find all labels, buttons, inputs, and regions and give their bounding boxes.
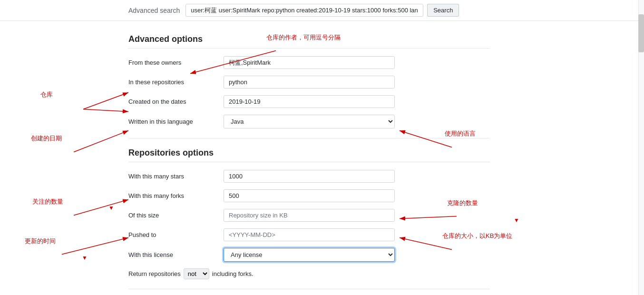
top-search-bar: Advanced search Search xyxy=(0,0,644,21)
from-owners-label: From these owners xyxy=(128,59,224,66)
from-owners-row: From these owners xyxy=(128,56,490,69)
scrollbar-thumb[interactable] xyxy=(638,14,644,52)
main-content: Advanced options From these owners In th… xyxy=(0,21,644,295)
section-separator-1 xyxy=(128,138,490,138)
return-repos-prefix: Return repositories xyxy=(128,270,181,277)
in-repos-row: In these repositories xyxy=(128,76,490,88)
section-separator-2 xyxy=(128,289,490,289)
page-wrapper: Advanced search Search Advanced options … xyxy=(0,0,644,295)
created-dates-label: Created on the dates xyxy=(128,98,224,105)
size-label: Of this size xyxy=(128,212,224,219)
created-dates-row: Created on the dates xyxy=(128,95,490,108)
return-repos-row: Return repositories not only including f… xyxy=(128,268,490,279)
forks-input[interactable] xyxy=(224,189,395,202)
language-select[interactable]: Java Python JavaScript C++ Ruby xyxy=(224,115,395,128)
forks-label: With this many forks xyxy=(128,192,224,199)
pushed-input[interactable] xyxy=(224,228,395,241)
stars-label: With this many stars xyxy=(128,173,224,180)
forks-row: With this many forks xyxy=(128,189,490,202)
search-button[interactable]: Search xyxy=(427,4,459,17)
stars-input[interactable] xyxy=(224,170,395,183)
repos-options-title: Repositories options xyxy=(128,148,490,162)
size-row: Of this size xyxy=(128,209,490,222)
return-repos-suffix: including forks. xyxy=(212,270,254,277)
advanced-search-label: Advanced search xyxy=(128,7,180,14)
stars-row: With this many stars xyxy=(128,170,490,183)
language-label: Written in this language xyxy=(128,118,224,125)
pushed-row: Pushed to xyxy=(128,228,490,241)
in-repos-label: In these repositories xyxy=(128,79,224,86)
license-select[interactable]: Any license Apache License 2.0 MIT Licen… xyxy=(224,248,395,262)
size-input[interactable] xyxy=(224,209,395,222)
return-repos-select[interactable]: not only xyxy=(184,268,209,279)
language-row: Written in this language Java Python Jav… xyxy=(128,115,490,128)
top-search-input[interactable] xyxy=(185,4,423,17)
created-dates-input[interactable] xyxy=(224,95,395,108)
pushed-label: Pushed to xyxy=(128,231,224,238)
from-owners-input[interactable] xyxy=(224,56,395,69)
in-repos-input[interactable] xyxy=(224,76,395,88)
license-row: With this license Any license Apache Lic… xyxy=(128,248,490,262)
scrollbar-track xyxy=(638,0,644,295)
license-label: With this license xyxy=(128,251,224,258)
advanced-options-title: Advanced options xyxy=(128,34,490,49)
form-area: Advanced options From these owners In th… xyxy=(128,30,490,295)
